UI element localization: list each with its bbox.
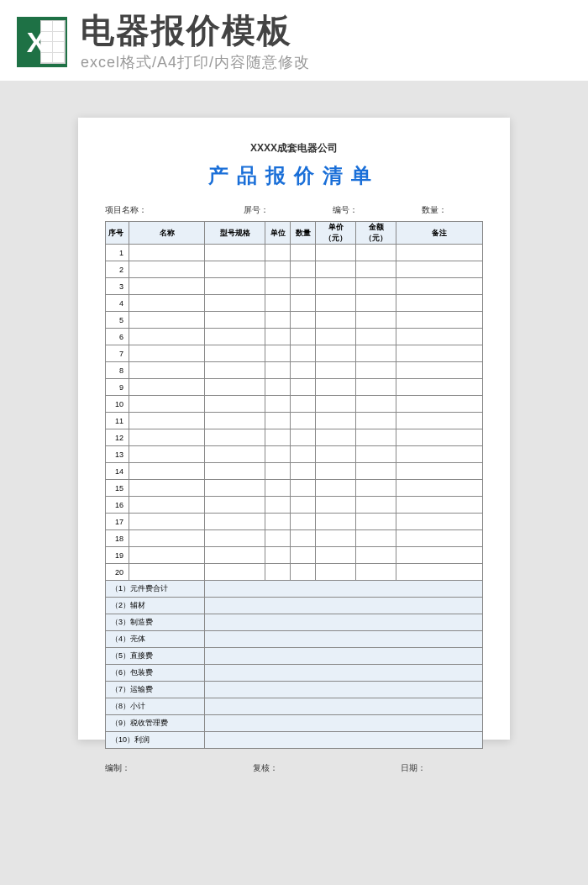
table-cell	[316, 278, 356, 295]
table-row: 8	[106, 362, 483, 379]
row-seq: 10	[106, 396, 129, 413]
table-cell	[205, 362, 265, 379]
table-cell	[291, 497, 316, 514]
table-cell	[265, 312, 291, 329]
table-cell	[129, 362, 205, 379]
table-cell	[396, 295, 483, 312]
table-cell	[291, 446, 316, 463]
screen-label: 屏号：	[244, 204, 329, 216]
summary-value	[205, 732, 483, 749]
table-cell	[356, 362, 396, 379]
table-cell	[291, 530, 316, 547]
table-row: 17	[106, 514, 483, 530]
table-cell	[265, 480, 291, 497]
table-cell	[356, 329, 396, 345]
table-row: 11	[106, 413, 483, 429]
table-cell	[356, 295, 396, 312]
table-cell	[291, 312, 316, 329]
table-row: 18	[106, 530, 483, 547]
table-cell	[129, 530, 205, 547]
row-seq: 18	[106, 530, 129, 547]
summary-row: （7）运输费	[106, 682, 483, 698]
table-cell	[205, 261, 265, 278]
table-cell	[129, 396, 205, 413]
banner-title: 电器报价模板	[81, 12, 571, 49]
row-seq: 19	[106, 547, 129, 564]
table-row: 16	[106, 497, 483, 514]
table-cell	[316, 530, 356, 547]
qty-label: 数量：	[422, 204, 483, 216]
row-seq: 4	[106, 295, 129, 312]
table-cell	[265, 446, 291, 463]
table-cell	[396, 547, 483, 564]
table-row: 1	[106, 245, 483, 261]
table-cell	[316, 564, 356, 581]
table-cell	[316, 362, 356, 379]
table-cell	[396, 261, 483, 278]
company-name: XXXX成套电器公司	[105, 141, 483, 155]
table-cell	[396, 480, 483, 497]
quote-table: 序号 名称 型号规格 单位 数量 单价（元） 金额（元） 备注 12345678…	[105, 221, 483, 749]
table-cell	[205, 245, 265, 261]
table-cell	[396, 379, 483, 396]
table-cell	[356, 480, 396, 497]
table-cell	[291, 278, 316, 295]
table-row: 14	[106, 463, 483, 480]
row-seq: 2	[106, 261, 129, 278]
summary-value	[205, 614, 483, 631]
table-cell	[265, 463, 291, 480]
col-price: 单价（元）	[316, 222, 356, 245]
col-seq: 序号	[106, 222, 129, 245]
table-row: 19	[106, 547, 483, 564]
table-cell	[316, 429, 356, 446]
row-seq: 17	[106, 514, 129, 530]
table-row: 9	[106, 379, 483, 396]
table-cell	[205, 463, 265, 480]
col-unit: 单位	[265, 222, 291, 245]
table-cell	[265, 413, 291, 429]
table-cell	[205, 480, 265, 497]
table-cell	[316, 312, 356, 329]
summary-value	[205, 682, 483, 698]
banner-subtitle: excel格式/A4打印/内容随意修改	[81, 52, 571, 72]
summary-row: （3）制造费	[106, 614, 483, 631]
table-cell	[356, 463, 396, 480]
table-cell	[205, 547, 265, 564]
table-cell	[316, 295, 356, 312]
table-row: 15	[106, 480, 483, 497]
table-cell	[265, 497, 291, 514]
table-cell	[396, 329, 483, 345]
table-cell	[356, 429, 396, 446]
table-cell	[356, 396, 396, 413]
table-cell	[316, 514, 356, 530]
table-row: 3	[106, 278, 483, 295]
summary-row: （5）直接费	[106, 648, 483, 665]
document-page: XXXX成套电器公司 产品报价清单 项目名称： 屏号： 编号： 数量： 序号 名…	[78, 118, 510, 740]
table-cell	[205, 312, 265, 329]
date-label: 日期：	[401, 762, 483, 774]
table-cell	[291, 480, 316, 497]
table-cell	[205, 514, 265, 530]
col-amount: 金额（元）	[356, 222, 396, 245]
table-cell	[316, 497, 356, 514]
table-cell	[396, 497, 483, 514]
table-cell	[291, 379, 316, 396]
table-cell	[265, 564, 291, 581]
table-cell	[129, 261, 205, 278]
summary-value	[205, 665, 483, 682]
table-cell	[291, 413, 316, 429]
table-cell	[316, 329, 356, 345]
table-cell	[129, 497, 205, 514]
row-seq: 1	[106, 245, 129, 261]
table-cell	[396, 278, 483, 295]
table-cell	[356, 446, 396, 463]
table-cell	[205, 329, 265, 345]
banner-header: X 电器报价模板 excel格式/A4打印/内容随意修改	[0, 0, 588, 81]
table-cell	[316, 379, 356, 396]
table-cell	[396, 362, 483, 379]
table-cell	[129, 463, 205, 480]
table-cell	[396, 413, 483, 429]
row-seq: 13	[106, 446, 129, 463]
table-cell	[316, 261, 356, 278]
table-cell	[291, 564, 316, 581]
